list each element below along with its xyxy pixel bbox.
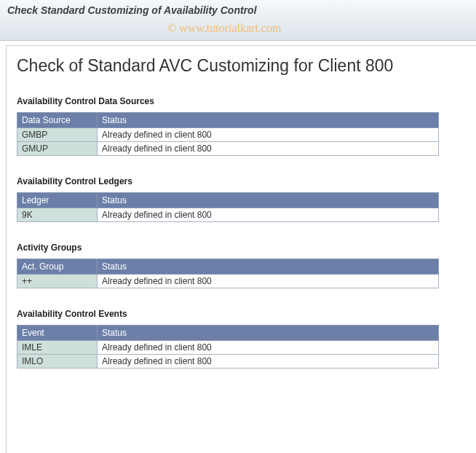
cell-status: Already defined in client 800 <box>98 275 439 288</box>
page-title: Check of Standard AVC Customizing for Cl… <box>17 56 461 76</box>
cell-status: Already defined in client 800 <box>98 142 439 156</box>
table-row: IMLO Already defined in client 800 <box>17 355 439 369</box>
section-heading: Availability Control Ledgers <box>17 176 461 186</box>
window-title: Check Standard Customizing of Availabili… <box>7 4 469 16</box>
section-heading: Availability Control Events <box>17 309 461 319</box>
col-header: Status <box>98 259 439 275</box>
table-header-row: Act. Group Status <box>17 259 439 275</box>
activity-groups-table: Act. Group Status ++ Already defined in … <box>17 259 439 288</box>
section-ledgers: Availability Control Ledgers Ledger Stat… <box>17 176 461 222</box>
cell-key: 9K <box>17 208 98 222</box>
ledgers-table: Ledger Status 9K Already defined in clie… <box>17 192 439 222</box>
watermark-text: © www.tutorialkart.com <box>167 22 281 35</box>
events-table: Event Status IMLE Already defined in cli… <box>17 325 439 369</box>
section-events: Availability Control Events Event Status… <box>17 309 461 369</box>
cell-status: Already defined in client 800 <box>98 128 439 142</box>
table-row: GMUP Already defined in client 800 <box>17 142 439 156</box>
cell-key: IMLO <box>17 355 98 369</box>
col-header: Ledger <box>17 193 98 208</box>
table-row: GMBP Already defined in client 800 <box>17 128 439 142</box>
section-data-sources: Availability Control Data Sources Data S… <box>17 96 461 156</box>
content-area: Check of Standard AVC Customizing for Cl… <box>6 45 476 453</box>
col-header: Event <box>17 326 98 341</box>
table-row: IMLE Already defined in client 800 <box>17 341 439 355</box>
cell-key: IMLE <box>17 341 98 355</box>
cell-key: GMBP <box>17 128 98 142</box>
col-header: Status <box>98 326 439 341</box>
col-header: Status <box>98 193 439 208</box>
cell-status: Already defined in client 800 <box>98 341 439 355</box>
table-row: ++ Already defined in client 800 <box>17 275 439 288</box>
table-header-row: Ledger Status <box>17 193 439 208</box>
cell-status: Already defined in client 800 <box>98 208 439 222</box>
cell-key: ++ <box>17 275 98 288</box>
col-header: Act. Group <box>17 259 98 275</box>
table-header-row: Data Source Status <box>17 113 439 128</box>
cell-status: Already defined in client 800 <box>98 355 439 369</box>
section-heading: Availability Control Data Sources <box>17 96 461 106</box>
section-heading: Activity Groups <box>17 243 461 253</box>
data-sources-table: Data Source Status GMBP Already defined … <box>17 112 439 156</box>
table-row: 9K Already defined in client 800 <box>17 208 439 222</box>
col-header: Data Source <box>17 113 98 128</box>
cell-key: GMUP <box>17 142 98 156</box>
col-header: Status <box>98 113 439 128</box>
section-activity-groups: Activity Groups Act. Group Status ++ Alr… <box>17 243 461 288</box>
table-header-row: Event Status <box>17 326 439 341</box>
